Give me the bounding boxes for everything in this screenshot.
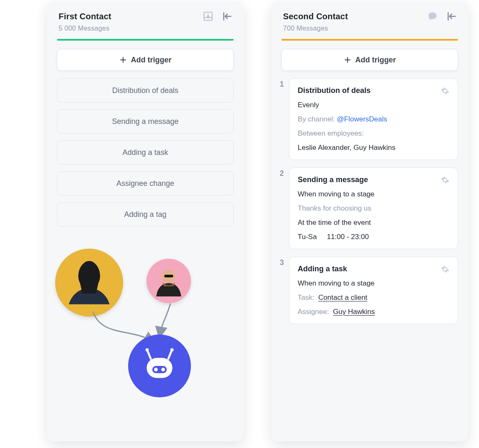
step-number: 3 bbox=[280, 258, 284, 267]
step: 1 Distribution of deals Evenly By channe… bbox=[281, 78, 458, 160]
trigger-option-label: Distribution of deals bbox=[112, 86, 178, 95]
task-link[interactable]: Contact a client bbox=[318, 294, 367, 301]
card-line: When moving to a stage bbox=[298, 190, 449, 198]
gear-icon[interactable] bbox=[441, 265, 449, 273]
schedule-days: Tu-Sa bbox=[298, 233, 317, 241]
trigger-option-label: Assignee change bbox=[116, 179, 174, 188]
add-trigger-button[interactable]: Add trigger bbox=[281, 49, 458, 71]
trigger-option-list: Distribution of deals Sending a message … bbox=[47, 78, 244, 227]
assignee-link[interactable]: Guy Hawkins bbox=[333, 308, 375, 316]
trigger-option[interactable]: Assignee change bbox=[57, 171, 234, 196]
stage-progress-bar bbox=[57, 39, 234, 41]
step: 3 Adding a task When moving to a stage T… bbox=[281, 257, 458, 324]
collapse-left-icon[interactable] bbox=[222, 11, 233, 22]
svg-point-7 bbox=[145, 348, 149, 352]
card-line: Evenly bbox=[298, 101, 449, 109]
schedule-hours: 11:00 - 23:00 bbox=[327, 233, 369, 241]
collapse-left-icon[interactable] bbox=[446, 11, 457, 22]
plus-icon bbox=[119, 56, 127, 64]
trigger-option-label: Adding a task bbox=[122, 148, 168, 157]
trigger-option[interactable]: Adding a task bbox=[57, 140, 234, 165]
stage-subtitle: 700 Messages bbox=[283, 25, 456, 32]
header-actions bbox=[427, 11, 457, 22]
arrow-icon bbox=[154, 301, 179, 339]
header-actions bbox=[203, 11, 233, 22]
svg-line-6 bbox=[147, 351, 151, 359]
svg-point-12 bbox=[154, 368, 158, 371]
card-line: Leslie Alexander, Guy Hawkins bbox=[298, 144, 449, 152]
card-line: When moving to a stage bbox=[298, 279, 449, 288]
step-card-adding-task[interactable]: Adding a task When moving to a stage Tas… bbox=[289, 257, 458, 324]
stage-header: First Contact 5 000 Messages bbox=[47, 2, 244, 32]
card-line: By channel: @FlowersDeals bbox=[298, 115, 449, 124]
step: 2 Sending a message When moving to a sta… bbox=[281, 167, 458, 249]
trigger-option[interactable]: Distribution of deals bbox=[57, 78, 234, 103]
svg-rect-5 bbox=[164, 275, 173, 277]
stage-subtitle: 5 000 Messages bbox=[59, 25, 232, 32]
trigger-option-label: Sending a message bbox=[112, 117, 178, 126]
avatar bbox=[55, 249, 123, 317]
card-title: Adding a task bbox=[298, 265, 347, 273]
stage-panel-first-contact: First Contact 5 000 Messages Add trigger bbox=[47, 2, 244, 441]
step-number: 2 bbox=[280, 169, 284, 178]
svg-point-9 bbox=[170, 348, 174, 352]
step-number: 1 bbox=[280, 80, 284, 89]
label: Task: bbox=[298, 294, 314, 301]
add-trigger-label: Add trigger bbox=[131, 56, 172, 64]
trigger-option-label: Adding a tag bbox=[124, 210, 166, 219]
chat-bubble-icon[interactable] bbox=[427, 11, 438, 22]
gear-icon[interactable] bbox=[441, 176, 449, 184]
card-line: Tu-Sa 11:00 - 23:00 bbox=[298, 233, 449, 241]
trigger-option[interactable]: Sending a message bbox=[57, 109, 234, 134]
card-title: Sending a message bbox=[298, 175, 368, 184]
stage-progress-bar bbox=[281, 39, 458, 41]
stage-panel-second-contact: Second Contact 700 Messages Add trigger bbox=[271, 2, 468, 441]
label: By channel: bbox=[298, 115, 337, 123]
inbox-download-icon[interactable] bbox=[203, 11, 214, 22]
card-line: Thanks for choosing us bbox=[298, 204, 449, 213]
card-line: Task: Contact a client bbox=[298, 294, 449, 302]
card-title: Distribution of deals bbox=[298, 86, 371, 95]
card-line: At the time of the event bbox=[298, 219, 449, 227]
card-line: Between employees: bbox=[298, 129, 449, 138]
stage-header: Second Contact 700 Messages bbox=[271, 2, 468, 32]
trigger-option[interactable]: Adding a tag bbox=[57, 202, 234, 227]
svg-line-8 bbox=[168, 351, 172, 359]
avatar bbox=[147, 259, 191, 303]
add-trigger-button[interactable]: Add trigger bbox=[57, 49, 234, 71]
step-card-distribution[interactable]: Distribution of deals Evenly By channel:… bbox=[289, 78, 458, 160]
channel-link[interactable]: @FlowersDeals bbox=[337, 115, 387, 123]
gear-icon[interactable] bbox=[441, 87, 449, 95]
step-card-sending-message[interactable]: Sending a message When moving to a stage… bbox=[289, 167, 458, 249]
label: Assignee: bbox=[298, 308, 329, 316]
plus-icon bbox=[344, 56, 351, 64]
add-trigger-label: Add trigger bbox=[355, 56, 396, 64]
svg-point-13 bbox=[161, 368, 165, 371]
card-line: Assignee: Guy Hawkins bbox=[298, 308, 449, 316]
step-list: 1 Distribution of deals Evenly By channe… bbox=[271, 78, 468, 324]
bot-icon bbox=[128, 335, 191, 397]
